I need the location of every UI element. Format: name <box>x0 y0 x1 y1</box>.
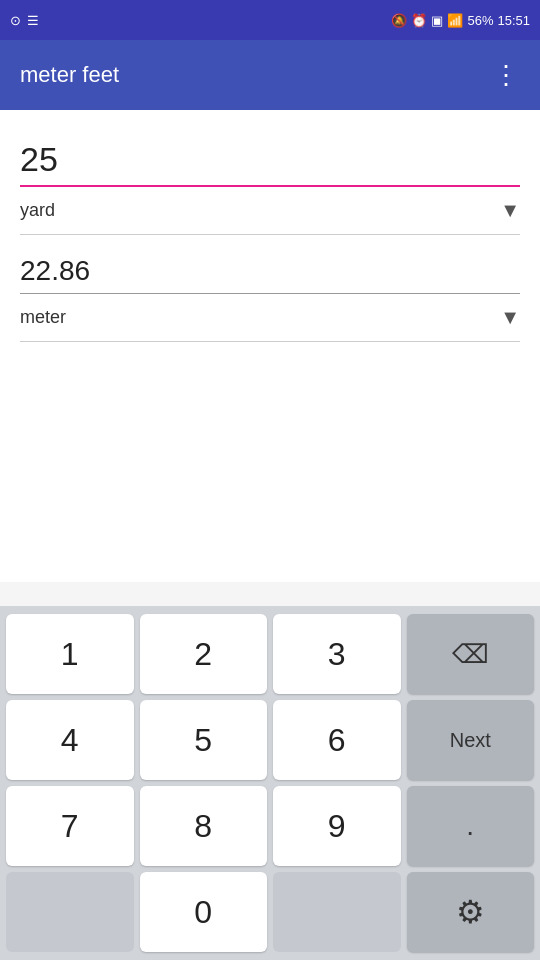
battery-text: 56% <box>467 13 493 28</box>
backspace-icon: ⌫ <box>452 639 489 670</box>
menu-icon: ☰ <box>27 13 39 28</box>
keyboard: 1 2 3 ⌫ 4 5 6 Next 7 8 9 . 0 ⚙ <box>0 606 540 960</box>
key-8[interactable]: 8 <box>140 786 268 866</box>
key-2[interactable]: 2 <box>140 614 268 694</box>
main-content: 25 yard ▼ 22.86 meter ▼ <box>0 110 540 362</box>
sd-icon: ▣ <box>431 13 443 28</box>
result-value: 22.86 <box>20 235 520 294</box>
chevron-down-icon-2: ▼ <box>500 306 520 329</box>
decimal-key[interactable]: . <box>407 786 535 866</box>
settings-key[interactable]: ⚙ <box>407 872 535 952</box>
time: 15:51 <box>497 13 530 28</box>
next-button[interactable]: Next <box>407 700 535 780</box>
result-unit-dropdown[interactable]: meter ▼ <box>20 294 520 342</box>
app-bar: meter feet ⋮ <box>0 40 540 110</box>
content-spacer <box>0 362 540 582</box>
key-4[interactable]: 4 <box>6 700 134 780</box>
more-options-icon[interactable]: ⋮ <box>493 60 520 91</box>
settings-icon: ⊙ <box>10 13 21 28</box>
chevron-down-icon: ▼ <box>500 199 520 222</box>
silent-icon: 🔕 <box>391 13 407 28</box>
input-value: 25 <box>20 140 520 187</box>
gear-icon: ⚙ <box>456 893 485 931</box>
status-bar: ⊙ ☰ 🔕 ⏰ ▣ 📶 56% 15:51 <box>0 0 540 40</box>
key-empty-right <box>273 872 401 952</box>
status-right-icons: 🔕 ⏰ ▣ 📶 56% 15:51 <box>391 13 530 28</box>
backspace-key[interactable]: ⌫ <box>407 614 535 694</box>
input-unit-label: yard <box>20 200 55 221</box>
key-6[interactable]: 6 <box>273 700 401 780</box>
key-empty-left <box>6 872 134 952</box>
key-7[interactable]: 7 <box>6 786 134 866</box>
key-1[interactable]: 1 <box>6 614 134 694</box>
key-0[interactable]: 0 <box>140 872 268 952</box>
signal-icon: 📶 <box>447 13 463 28</box>
key-3[interactable]: 3 <box>273 614 401 694</box>
key-5[interactable]: 5 <box>140 700 268 780</box>
app-title: meter feet <box>20 62 119 88</box>
alarm-icon: ⏰ <box>411 13 427 28</box>
input-unit-dropdown[interactable]: yard ▼ <box>20 187 520 235</box>
key-9[interactable]: 9 <box>273 786 401 866</box>
result-unit-label: meter <box>20 307 66 328</box>
status-left-icons: ⊙ ☰ <box>10 13 39 28</box>
